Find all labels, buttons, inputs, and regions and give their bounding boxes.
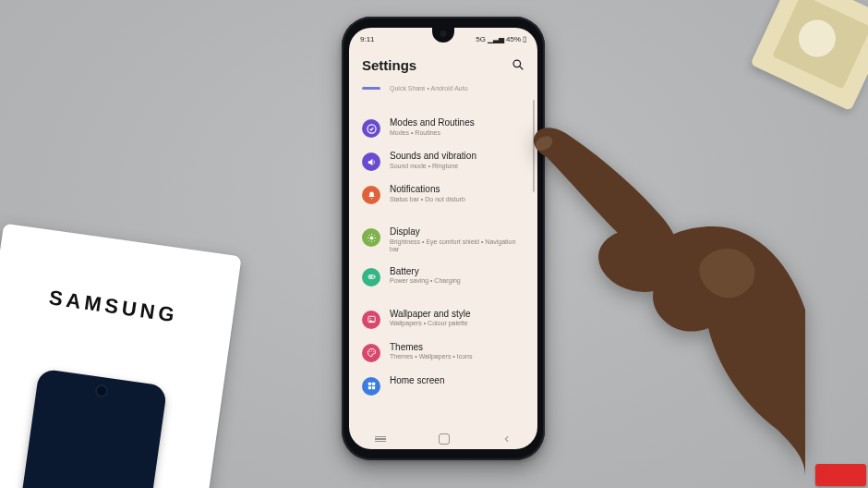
- svg-rect-20: [368, 383, 370, 385]
- list-item-battery[interactable]: Battery Power saving • Charging: [362, 260, 524, 293]
- image-icon: [362, 311, 380, 329]
- list-item-subtitle: Wallpapers • Colour palette: [390, 320, 470, 327]
- list-item-subtitle: Power saving • Charging: [390, 277, 461, 285]
- list-item-subtitle: Status bar • Do not disturb: [390, 196, 465, 203]
- svg-line-10: [373, 235, 374, 236]
- list-item-title: Modes and Routines: [390, 117, 475, 128]
- list-item-subtitle: Quick Share • Android Auto: [390, 85, 468, 92]
- svg-point-16: [369, 318, 370, 319]
- list-item-subtitle: Modes • Routines: [390, 129, 475, 137]
- settings-header: Settings: [349, 48, 537, 81]
- status-time: 9:11: [360, 35, 375, 43]
- yt-tag: [815, 464, 866, 486]
- page-title: Settings: [362, 57, 416, 73]
- status-battery-icon: ▯: [523, 35, 526, 43]
- list-item-subtitle: Sound mode • Ringtone: [390, 163, 476, 170]
- bell-icon: [362, 186, 380, 204]
- svg-rect-21: [371, 383, 374, 385]
- svg-rect-14: [369, 276, 372, 278]
- list-item-subtitle: Themes • Wallpapers • Icons: [390, 353, 472, 360]
- list-item-homescreen[interactable]: Home screen: [362, 369, 524, 402]
- svg-point-17: [369, 351, 370, 352]
- desk-stage: SAMSUNG 9:11 5G ▁▃▅ 45% ▯ Settings: [0, 0, 868, 488]
- list-item-title: Display: [390, 226, 524, 238]
- list-item-wallpaper[interactable]: Wallpaper and style Wallpapers • Colour …: [362, 302, 524, 336]
- box-phone-render: [13, 368, 168, 488]
- list-item-themes[interactable]: Themes Themes • Wallpapers • Icons: [362, 336, 524, 369]
- svg-point-3: [369, 236, 373, 239]
- nav-recents-icon[interactable]: [375, 436, 386, 442]
- svg-point-19: [372, 351, 373, 352]
- svg-rect-22: [368, 386, 370, 389]
- battery-icon: [362, 268, 380, 287]
- svg-line-11: [368, 239, 369, 240]
- list-item-notifications[interactable]: Notifications Status bar • Do not distur…: [362, 177, 524, 211]
- grid-icon: [362, 377, 380, 396]
- svg-point-0: [513, 60, 521, 67]
- modes-icon: [362, 119, 380, 138]
- list-item-title: Battery: [390, 266, 461, 277]
- connected-devices-icon: [362, 87, 380, 90]
- list-item-title: Themes: [390, 342, 472, 353]
- nav-bar: [349, 429, 537, 449]
- svg-line-9: [373, 239, 374, 240]
- svg-line-1: [520, 67, 524, 70]
- svg-rect-13: [374, 276, 375, 278]
- svg-point-18: [370, 350, 371, 351]
- samsung-logo: SAMSUNG: [0, 278, 234, 336]
- list-item-sounds[interactable]: Sounds and vibration Sound mode • Ringto…: [362, 144, 524, 177]
- list-item-title: Wallpaper and style: [390, 309, 470, 320]
- list-item-display[interactable]: Display Brightness • Eye comfort shield …: [362, 220, 524, 260]
- list-item-subtitle: Brightness • Eye comfort shield • Naviga…: [390, 238, 524, 253]
- status-battery-text: 45%: [506, 35, 521, 43]
- status-signal-icon: ▁▃▅: [488, 35, 504, 43]
- wooden-prop: [750, 0, 868, 111]
- samsung-box: SAMSUNG: [0, 224, 242, 488]
- list-item-modes[interactable]: Modes and Routines Modes • Routines: [362, 111, 524, 144]
- palette-icon: [362, 344, 380, 362]
- svg-line-8: [368, 235, 369, 236]
- list-item-title: Sounds and vibration: [390, 151, 476, 162]
- sun-icon: [362, 228, 380, 247]
- list-item-partial[interactable]: Quick Share • Android Auto: [362, 81, 524, 94]
- search-icon[interactable]: [512, 58, 524, 71]
- sound-icon: [362, 152, 380, 171]
- list-item-title: Notifications: [390, 184, 465, 195]
- nav-back-icon[interactable]: [502, 434, 512, 444]
- nav-home-icon[interactable]: [439, 433, 450, 445]
- svg-rect-23: [371, 386, 374, 389]
- status-network-icon: 5G: [476, 35, 486, 43]
- list-item-title: Home screen: [390, 375, 444, 386]
- hand: [510, 106, 805, 476]
- scrollbar[interactable]: [533, 100, 535, 192]
